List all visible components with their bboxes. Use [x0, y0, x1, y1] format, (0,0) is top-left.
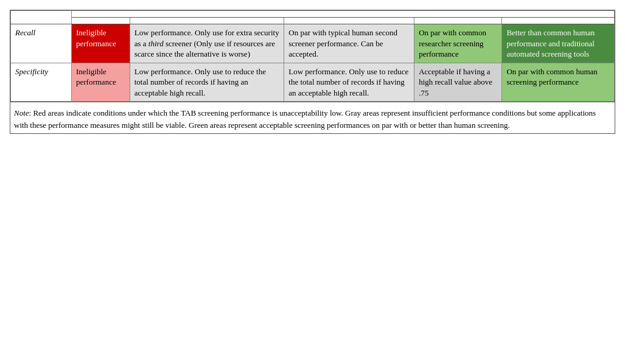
table-cell-0-3: On par with common researcher screening …: [414, 24, 502, 63]
table-cell-1-3: Acceptable if having a high recall value…: [414, 63, 502, 102]
table-note: Note: Red areas indicate conditions unde…: [10, 102, 615, 133]
table-cell-0-0: Ineligible performance: [72, 24, 130, 63]
table-cell-0-1: Low performance. Only use for extra secu…: [130, 24, 284, 63]
metric-label-1: Specificity: [11, 63, 72, 102]
range-header-2: [284, 18, 414, 24]
table-cell-1-1: Low performance. Only use to reduce the …: [130, 63, 284, 102]
values-header: [72, 11, 615, 18]
range-header-4: [502, 18, 615, 24]
metric-header: [11, 11, 72, 24]
table-cell-1-2: Low performance. Only use to reduce the …: [284, 63, 414, 102]
range-header-1: [130, 18, 284, 24]
table-cell-1-4: On par with common human screening perfo…: [502, 63, 615, 102]
range-header-3: [414, 18, 502, 24]
range-header-0: [72, 18, 130, 24]
metric-label-0: Recall: [11, 24, 72, 63]
main-table-container: RecallIneligible performanceLow performa…: [10, 10, 615, 134]
performance-table: RecallIneligible performanceLow performa…: [10, 10, 615, 102]
table-cell-1-0: Ineligible performance: [72, 63, 130, 102]
table-cell-0-2: On par with typical human second screene…: [284, 24, 414, 63]
table-cell-0-4: Better than common human performance and…: [502, 24, 615, 63]
